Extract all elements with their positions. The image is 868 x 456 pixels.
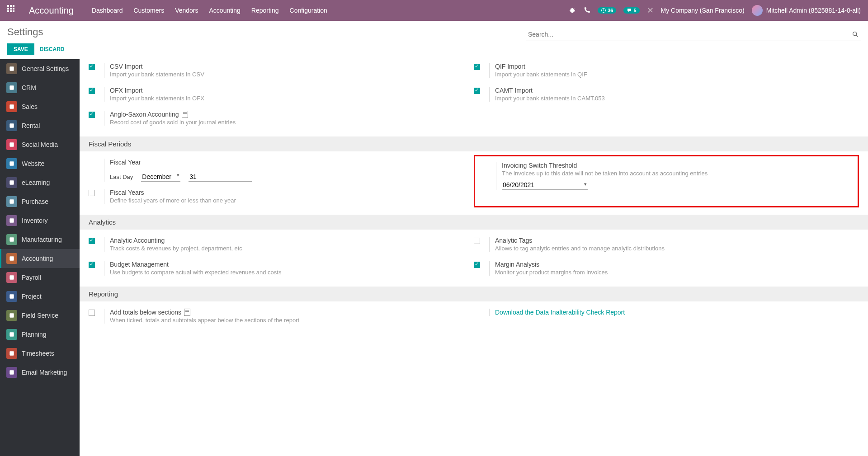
csv-import-checkbox[interactable] (89, 64, 95, 70)
ist-desc: The invoices up to this date will not be… (502, 170, 849, 177)
fiscal-month-select[interactable]: December (141, 172, 180, 182)
svg-rect-7 (9, 161, 14, 165)
sidebar-item-timesheets[interactable]: Timesheets (0, 344, 80, 363)
clock-badge[interactable]: 36 (598, 7, 616, 14)
app-icon (6, 63, 17, 74)
user-menu[interactable]: Mitchell Admin (8525881-14-0-all) (752, 5, 861, 16)
last-day-label: Last Day (110, 174, 133, 180)
qif-import-checkbox[interactable] (474, 64, 480, 70)
app-brand[interactable]: Accounting (29, 5, 74, 16)
ist-title: Invoicing Switch Threshold (502, 162, 849, 169)
save-button[interactable]: SAVE (7, 43, 34, 55)
ofx-import-desc: Import your bank statements in OFX (110, 95, 474, 102)
sidebar-item-elearning[interactable]: eLearning (0, 173, 80, 192)
svg-rect-14 (9, 294, 14, 298)
menu-reporting[interactable]: Reporting (251, 7, 279, 14)
dicr-link[interactable]: Download the Data Inalterability Check R… (495, 309, 625, 316)
camt-import-desc: Import your bank statements in CAMT.053 (495, 95, 859, 102)
app-icon (6, 215, 17, 226)
app-icon (6, 158, 17, 169)
ist-date-input[interactable] (502, 180, 588, 190)
analytic-tags-desc: Allows to tag analytic entries and to ma… (495, 245, 859, 252)
menu-dashboard[interactable]: Dashboard (92, 7, 123, 14)
close-icon[interactable]: ✕ (647, 5, 654, 15)
search-icon[interactable] (852, 31, 859, 38)
app-icon (6, 329, 17, 340)
sidebar-item-accounting[interactable]: Accounting (0, 249, 80, 268)
section-fiscal-periods: Fiscal Periods (80, 136, 868, 151)
app-icon (6, 272, 17, 283)
menu-customers[interactable]: Customers (133, 7, 164, 14)
ofx-import-title: OFX Import (110, 87, 474, 94)
analytic-tags-checkbox[interactable] (474, 238, 480, 244)
top-navbar: Accounting Dashboard Customers Vendors A… (0, 0, 868, 21)
discard-button[interactable]: DISCARD (40, 46, 65, 52)
menu-configuration[interactable]: Configuration (290, 7, 327, 14)
sidebar-item-project[interactable]: Project (0, 287, 80, 306)
fiscal-day-input[interactable] (189, 172, 252, 182)
app-icon (6, 139, 17, 150)
sidebar-item-label: Payroll (22, 274, 41, 281)
anglo-desc: Record cost of goods sold in your journa… (110, 119, 474, 126)
sidebar-item-purchase[interactable]: Purchase (0, 192, 80, 211)
anglo-title-text: Anglo-Saxon Accounting (110, 111, 179, 118)
menu-vendors[interactable]: Vendors (175, 7, 198, 14)
fiscal-year-title: Fiscal Year (110, 159, 474, 166)
invoicing-switch-threshold-box: Invoicing Switch Threshold The invoices … (474, 155, 859, 207)
budget-mgmt-title: Budget Management (110, 261, 474, 268)
sidebar-item-label: Website (22, 160, 44, 167)
analytic-accounting-checkbox[interactable] (89, 238, 95, 244)
ofx-import-checkbox[interactable] (89, 88, 95, 94)
sidebar-item-general-settings[interactable]: General Settings (0, 59, 80, 78)
analytic-tags-title: Analytic Tags (495, 237, 859, 244)
sidebar-item-manufacturing[interactable]: Manufacturing (0, 230, 80, 249)
clock-count: 36 (608, 8, 613, 13)
app-icon (6, 253, 17, 264)
sidebar-item-field-service[interactable]: Field Service (0, 306, 80, 325)
app-icon (6, 82, 17, 93)
search-input[interactable] (526, 28, 861, 41)
margin-analysis-checkbox[interactable] (474, 262, 480, 268)
doc-icon[interactable] (184, 309, 190, 316)
budget-mgmt-checkbox[interactable] (89, 262, 95, 268)
sidebar-item-label: General Settings (22, 65, 69, 72)
csv-import-title: CSV Import (110, 63, 474, 70)
svg-rect-9 (9, 199, 14, 203)
anglo-checkbox[interactable] (89, 112, 95, 118)
sidebar-item-inventory[interactable]: Inventory (0, 211, 80, 230)
chat-icon (627, 8, 632, 13)
main-menu: Dashboard Customers Vendors Accounting R… (92, 7, 569, 14)
sidebar-item-payroll[interactable]: Payroll (0, 268, 80, 287)
svg-rect-2 (9, 66, 14, 71)
section-reporting: Reporting (80, 287, 868, 301)
svg-rect-10 (9, 218, 14, 222)
chat-badge[interactable]: 5 (623, 7, 639, 14)
sidebar-item-label: Project (22, 293, 42, 300)
sidebar-item-website[interactable]: Website (0, 154, 80, 173)
doc-icon[interactable] (182, 111, 188, 118)
settings-content[interactable]: CSV Import Import your bank statements i… (80, 59, 868, 456)
sidebar-item-rental[interactable]: Rental (0, 116, 80, 135)
phone-icon[interactable] (583, 7, 590, 14)
totals-below-title: Add totals below sections (110, 309, 474, 316)
sidebar-item-email-marketing[interactable]: Email Marketing (0, 363, 80, 382)
avatar (752, 5, 763, 16)
sidebar-item-label: Inventory (22, 217, 48, 224)
app-icon (6, 291, 17, 302)
totals-below-checkbox[interactable] (89, 310, 95, 316)
svg-rect-13 (9, 275, 14, 279)
margin-analysis-title: Margin Analysis (495, 261, 859, 268)
company-selector[interactable]: My Company (San Francisco) (661, 7, 745, 14)
camt-import-checkbox[interactable] (474, 88, 480, 94)
apps-grid-icon[interactable] (7, 5, 18, 16)
sidebar-item-crm[interactable]: CRM (0, 78, 80, 97)
sidebar-item-planning[interactable]: Planning (0, 325, 80, 344)
svg-rect-8 (9, 180, 14, 184)
sidebar-item-sales[interactable]: Sales (0, 97, 80, 116)
menu-accounting[interactable]: Accounting (209, 7, 241, 14)
sidebar-item-social-media[interactable]: Social Media (0, 135, 80, 154)
totals-below-desc: When ticked, totals and subtotals appear… (110, 317, 474, 324)
fiscal-years-checkbox[interactable] (89, 190, 95, 196)
bug-icon[interactable] (569, 7, 576, 14)
totals-below-title-text: Add totals below sections (110, 309, 181, 316)
